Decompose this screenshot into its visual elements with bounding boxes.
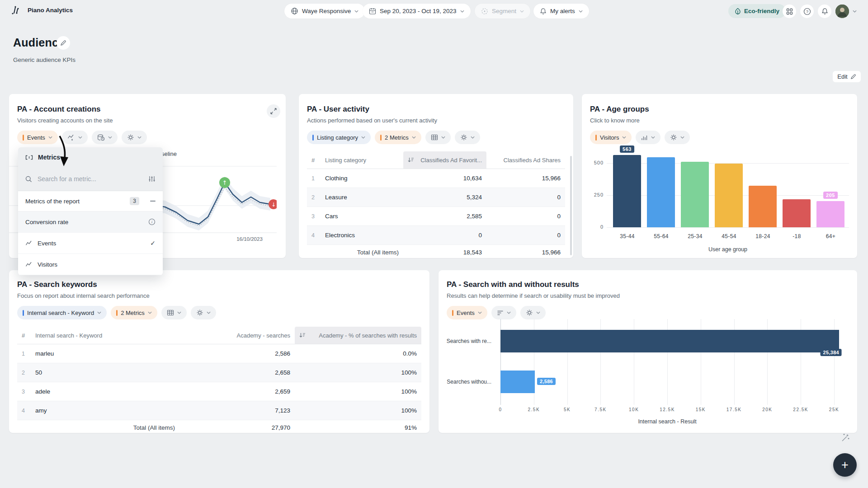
avatar[interactable]: [835, 5, 849, 18]
row-dimension-value: Clothing: [321, 175, 403, 182]
metric-option-label: Visitors: [38, 261, 57, 268]
site-picker[interactable]: Waye Responsive: [284, 4, 365, 19]
age-bar-35-44[interactable]: [613, 155, 641, 227]
collapse-icon[interactable]: [150, 201, 156, 202]
age-bar-18-24[interactable]: [749, 186, 777, 227]
result-bar[interactable]: [500, 371, 535, 393]
my-alerts[interactable]: My alerts: [533, 4, 589, 19]
row-metric-value: 100%: [295, 369, 421, 376]
x-axis-tick: 0: [499, 407, 502, 412]
metric-selector-pill[interactable]: 2 Metrics: [375, 131, 421, 144]
metric-option-conversion-rate[interactable]: Conversion ratei: [18, 211, 163, 233]
column-header-sorted[interactable]: Academy - % of searches with results: [295, 327, 421, 344]
eco-friendly-badge[interactable]: Eco-friendly: [728, 4, 786, 18]
brand[interactable]: Piano Analytics: [11, 5, 73, 15]
chevron-down-icon: [361, 136, 365, 139]
metric-option-events[interactable]: Events✓: [18, 233, 163, 254]
widget-subtitle: Visitors creating accounts on the site: [17, 117, 278, 124]
metrics-group-row[interactable]: Metrics of the report 3: [18, 191, 163, 211]
table-row: 2Leasure5,3240: [307, 188, 565, 207]
result-bar[interactable]: [500, 330, 839, 352]
widget-age-groups: PA - Age groups Click to know more Visit…: [582, 94, 857, 258]
column-header[interactable]: #: [17, 332, 31, 339]
data-source-pill[interactable]: [92, 131, 118, 144]
chevron-down-icon: [354, 10, 359, 13]
add-widget-fab[interactable]: +: [833, 453, 857, 477]
age-bar-64+[interactable]: [816, 201, 844, 227]
leaf-icon: [735, 8, 741, 15]
edit-dashboard-button[interactable]: Edit: [833, 71, 861, 82]
chart-type-pill[interactable]: [636, 131, 660, 144]
expand-widget-button[interactable]: [267, 104, 280, 118]
widget-title: PA - Search with and without results: [447, 280, 849, 289]
apps-grid-button[interactable]: [783, 5, 796, 18]
widget-subtitle: Click to know more: [590, 117, 849, 124]
svg-text:i: i: [151, 220, 153, 224]
widget-settings-pill[interactable]: [122, 131, 147, 144]
metric-option-visitors[interactable]: Visitors: [18, 254, 163, 275]
chart-type-pill[interactable]: [62, 131, 88, 144]
account-chevron-icon[interactable]: [853, 10, 857, 13]
metric-pill-label: Events: [27, 134, 45, 141]
dropdown-header: Metrics: [18, 147, 163, 167]
column-header-sorted[interactable]: Classifieds Ad Favorit...: [403, 151, 486, 169]
column-header[interactable]: #: [307, 157, 321, 164]
widget-settings-pill[interactable]: [455, 131, 480, 144]
row-index: 3: [17, 389, 31, 395]
notifications-button[interactable]: [818, 5, 831, 18]
metric-search[interactable]: [18, 167, 163, 191]
assistant-wand-button[interactable]: [839, 432, 852, 444]
dimension-selector-pill[interactable]: Internal search - Keyword: [17, 306, 107, 319]
metric-selector-pill[interactable]: Visitors: [590, 131, 632, 144]
metric-search-input[interactable]: [37, 175, 144, 183]
total-metric-value: 15,966: [486, 249, 565, 256]
info-icon[interactable]: i: [148, 218, 156, 225]
x-axis-tick: 17.5K: [726, 407, 742, 412]
globe-icon: [291, 7, 298, 15]
table-header-row: #Listing categoryClassifieds Ad Favorit.…: [307, 151, 565, 169]
metric-selector-pill[interactable]: Events: [17, 131, 58, 144]
age-bar--18[interactable]: [783, 199, 811, 227]
date-range-picker[interactable]: Sep 20, 2023 - Oct 19, 2023: [363, 4, 471, 19]
age-groups-bar-chart: 500250035-4455-6425-3445-5418-24-1864+56…: [582, 160, 857, 257]
age-bar-55-64[interactable]: [647, 157, 675, 227]
dimension-pill-label: Internal search - Keyword: [27, 310, 94, 316]
chevron-down-icon: [651, 136, 655, 139]
chart-type-pill[interactable]: [161, 306, 187, 319]
segment-picker[interactable]: Segment: [475, 4, 530, 19]
widget-settings-pill[interactable]: [191, 306, 216, 319]
total-label: Total (All items): [31, 424, 179, 431]
chevron-down-icon: [207, 311, 211, 314]
age-bar-25-34[interactable]: [681, 162, 709, 227]
dimension-selector-pill[interactable]: Listing category: [307, 131, 371, 144]
anomaly-up-badge[interactable]: ↑: [219, 177, 230, 188]
widget-title: PA - User activity: [307, 105, 565, 114]
table-scrollbar[interactable]: [570, 156, 572, 255]
grid-icon: [786, 8, 793, 15]
metric-selector-pill[interactable]: 2 Metrics: [111, 306, 157, 319]
chart-type-pill[interactable]: [425, 131, 451, 144]
x-axis-tick: 18-24: [746, 233, 780, 239]
column-header[interactable]: Listing category: [321, 157, 403, 164]
user-activity-table: #Listing categoryClassifieds Ad Favorit.…: [307, 151, 565, 260]
x-axis-tick: 7.5K: [594, 407, 607, 412]
filters-icon[interactable]: [148, 175, 156, 183]
widget-search-keywords: PA - Search keywords Focus on report abo…: [9, 270, 429, 433]
widget-toolbar: Listing category 2 Metrics: [307, 131, 565, 144]
row-metric-value: 0: [486, 213, 565, 220]
y-axis-tick: 500: [588, 160, 604, 165]
age-bar-45-54[interactable]: [715, 164, 743, 227]
rename-dashboard-button[interactable]: [57, 36, 70, 50]
widget-settings-pill[interactable]: [665, 131, 690, 144]
help-button[interactable]: ?: [800, 5, 814, 18]
widget-user-activity: PA - User activity Actions performed bas…: [299, 94, 573, 258]
column-header[interactable]: Academy - searches: [179, 332, 295, 339]
bar-chart-icon: [641, 134, 648, 141]
chevron-down-icon: [507, 311, 511, 314]
segment-label: Segment: [492, 8, 516, 14]
y-axis-tick: 0: [588, 224, 604, 230]
column-header[interactable]: Internal search - Keyword: [31, 332, 179, 339]
gear-icon: [670, 134, 677, 141]
chevron-down-icon: [536, 311, 540, 314]
column-header[interactable]: Classifieds Ad Shares: [486, 157, 565, 164]
